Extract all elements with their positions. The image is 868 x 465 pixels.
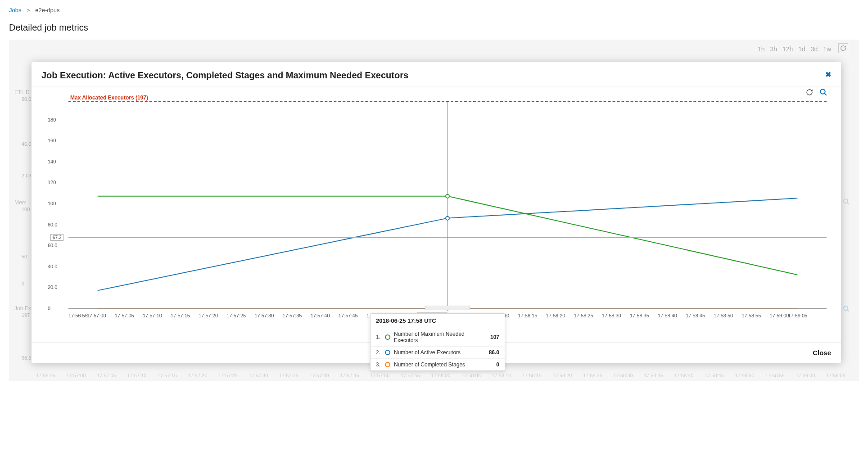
tooltip-index: 1. (376, 334, 381, 340)
background-metric-label: Mem (14, 199, 27, 206)
x-axis-tick: 17:58:35 (630, 313, 649, 318)
svg-line-5 (824, 93, 827, 95)
x-axis-tick: 17:57:45 (339, 313, 358, 318)
tooltip-series-label: Number of Active Executors (394, 349, 485, 356)
modal-close-icon[interactable]: ✖ (825, 70, 831, 79)
y-axis-tick: 140 (48, 159, 56, 164)
y-axis-tick: 160 (48, 138, 56, 143)
chart-tooltip: 2018-06-25 17:58 UTC 1.Number of Maximum… (370, 313, 505, 371)
chart-refresh-icon[interactable] (806, 89, 813, 98)
x-axis-tick: 17:57:05 (115, 313, 134, 318)
zoom-icon[interactable] (843, 305, 850, 314)
background-metric-value: 98.5 (22, 355, 31, 361)
metrics-panel: 1h 3h 12h 1d 3d 1w ETL D90.0046.002,030M… (9, 40, 859, 381)
max-allocated-label: Max Allocated Executors (197) (70, 95, 148, 101)
x-axis-tick: 17:57:35 (283, 313, 302, 318)
breadcrumb-separator: > (27, 7, 30, 14)
tooltip-series-label: Number of Maximum Needed Executors (394, 331, 487, 343)
series-swatch-icon (385, 362, 390, 367)
range-1d[interactable]: 1d (798, 45, 805, 53)
y-axis-tick: 80.0 (48, 222, 57, 227)
x-axis-tick: 17:59:05 (788, 313, 807, 318)
x-axis-tick: 17:57:10 (143, 313, 162, 318)
x-axis-tick: 17:57:20 (199, 313, 218, 318)
series-marker (445, 194, 450, 199)
background-metric-value: 50 (22, 254, 27, 259)
x-axis-tick: 17:58:15 (518, 313, 537, 318)
x-axis-tick: 17:57:30 (254, 313, 274, 318)
x-axis-tick: 17:56:55 (68, 313, 88, 318)
x-axis-tick: 17:58:20 (546, 313, 565, 318)
close-button[interactable]: Close (813, 349, 831, 357)
x-axis-tick: 17:58:50 (714, 313, 733, 318)
cursor-line (448, 102, 448, 308)
range-12h[interactable]: 12h (782, 45, 793, 53)
tooltip-row: 1.Number of Maximum Needed Executors107 (371, 328, 505, 347)
refresh-icon[interactable] (838, 43, 848, 53)
tooltip-series-label: Number of Completed Stages (394, 361, 493, 368)
y-axis-tick: 20.0 (48, 284, 57, 290)
background-metric-label: ETL D (14, 89, 30, 95)
tooltip-row: 2.Number of Active Executors86.0 (371, 347, 505, 359)
background-metric-label: Job Ex (14, 305, 31, 312)
tooltip-series-value: 86.0 (489, 349, 499, 356)
x-axis-tick: 17:57:00 (87, 313, 106, 318)
y-axis-tick: 40.0 (48, 264, 57, 269)
x-axis-tick: 17:57:40 (311, 313, 330, 318)
range-1h[interactable]: 1h (758, 45, 765, 53)
y-axis-tick: 60.0 (48, 243, 57, 248)
y-axis-tick: 180 (48, 117, 56, 122)
x-axis-tick: 17:57:25 (226, 313, 246, 318)
background-x-axis: 17:56:5517:57:0017:57:0517:57:1017:57:15… (36, 373, 845, 378)
tooltip-index: 3. (376, 361, 381, 368)
reference-line-badge: 67.2 (50, 234, 63, 241)
chart-plot[interactable]: 020.040.060.080.0100120140160180Max Allo… (41, 97, 831, 340)
y-axis-tick: 0 (48, 306, 50, 311)
tooltip-header: 2018-06-25 17:58 UTC (371, 314, 505, 328)
x-axis-tick: 17:58:25 (574, 313, 593, 318)
series-swatch-icon (385, 350, 390, 355)
range-3d[interactable]: 3d (811, 45, 818, 53)
range-3h[interactable]: 3h (770, 45, 778, 53)
modal-title: Job Execution: Active Executors, Complet… (41, 70, 408, 81)
chart-zoom-icon[interactable] (819, 88, 827, 98)
x-axis-tick: 17:58:45 (686, 313, 705, 318)
svg-line-1 (847, 203, 849, 204)
series-marker (445, 216, 450, 221)
tooltip-index: 2. (376, 349, 381, 356)
svg-point-0 (844, 199, 848, 203)
time-scrubber[interactable] (425, 306, 470, 310)
range-1w[interactable]: 1w (823, 45, 831, 53)
background-metric-value: 197 (22, 312, 30, 318)
chart-modal: Job Execution: Active Executors, Complet… (32, 62, 841, 363)
series-swatch-icon (385, 334, 390, 340)
breadcrumb-current: e2e-dpus (35, 7, 59, 14)
svg-point-2 (844, 306, 848, 310)
tooltip-series-value: 0 (496, 361, 499, 368)
svg-point-4 (820, 89, 825, 94)
breadcrumb: Jobs > e2e-dpus (9, 5, 859, 18)
x-axis-tick: 17:59:00 (770, 313, 789, 318)
tooltip-series-value: 107 (490, 334, 499, 340)
background-metric-value: 0 (22, 281, 24, 286)
timerange-toolbar: 1h 3h 12h 1d 3d 1w (756, 43, 850, 53)
svg-line-3 (847, 310, 849, 312)
x-axis-tick: 17:58:30 (602, 313, 621, 318)
y-axis-tick: 120 (48, 180, 56, 185)
background-metric-value: 100 (22, 207, 30, 212)
x-axis-tick: 17:58:55 (741, 313, 761, 318)
zoom-icon[interactable] (843, 198, 850, 207)
x-axis-tick: 17:57:15 (171, 313, 190, 318)
y-axis-tick: 100 (48, 201, 56, 206)
page-title: Detailed job metrics (9, 23, 859, 33)
breadcrumb-root-link[interactable]: Jobs (9, 7, 21, 14)
x-axis-tick: 17:58:40 (658, 313, 677, 318)
tooltip-row: 3.Number of Completed Stages0 (371, 359, 505, 370)
